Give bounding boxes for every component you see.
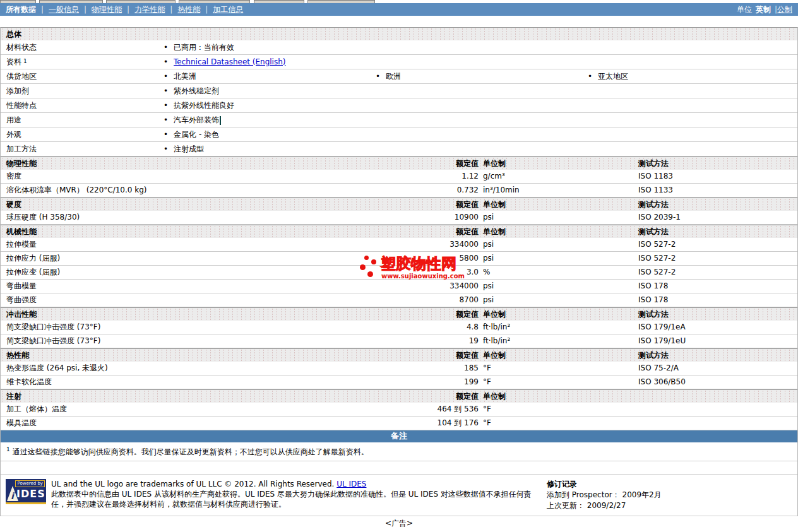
nav-link-6[interactable]: 加工信息: [213, 4, 243, 15]
ad-placeholder: <广告>: [0, 516, 798, 531]
property-value: 464 到 536: [379, 403, 479, 416]
property-label: 弯曲模量: [6, 280, 37, 293]
property-row: 拉伸模量334000psiISO 527-2: [1, 238, 797, 252]
revision-added: 添加到 Prospector： 2009年2月: [547, 490, 662, 500]
revision-record: 修订记录 添加到 Prospector： 2009年2月 上次更新： 2009/…: [547, 479, 662, 511]
row-value: •欧洲: [376, 69, 401, 83]
property-label: 密度: [6, 170, 21, 183]
row-label: 资料1: [6, 55, 27, 69]
property-unit: °F: [483, 375, 491, 389]
row-label: 材料状态: [6, 40, 37, 54]
property-row: 简支梁缺口冲击强度 (73°F)4.8ft·lb/in²ISO 179/1eA: [1, 321, 797, 334]
property-label: 简支梁缺口冲击强度 (73°F): [6, 334, 100, 348]
ul-ides-link[interactable]: UL IDES: [336, 480, 366, 488]
row-label: 性能特点: [6, 98, 37, 112]
property-row: 维卡软化温度199°FISO 306/B50: [1, 375, 797, 389]
row-label: 用途: [6, 113, 21, 127]
section-header-general: 总体: [1, 27, 797, 40]
ides-logo: Powered by i IDES: [6, 479, 46, 504]
nav-separator: |: [84, 5, 86, 14]
property-value: 185: [379, 362, 479, 375]
trademark-line: UL and the UL logo are trademarks of UL …: [51, 479, 544, 489]
section-title: 注射: [6, 392, 21, 401]
section-header: 注射额定值单位制: [1, 389, 797, 403]
col-header-method: 测试方法: [638, 198, 669, 211]
disclaimer-text: 此数据表中的信息由 UL IDES 从该材料的生产商处获得。UL IDES 尽最…: [51, 489, 544, 509]
nav-link-4[interactable]: 力学性能: [134, 4, 165, 15]
unit-switcher: 单位英制|公制: [737, 4, 792, 15]
nav-link-3[interactable]: 物理性能: [92, 4, 122, 15]
nav-link-1[interactable]: 所有数据: [6, 4, 36, 15]
property-value: 199: [379, 375, 479, 389]
col-header-value: 额定值: [379, 157, 479, 170]
nav-link-5[interactable]: 热性能: [177, 4, 200, 15]
general-row: 外观•金属化 - 染色: [1, 127, 797, 142]
datasheet-link[interactable]: Technical Datasheet (English): [174, 57, 285, 66]
bullet-icon: •: [588, 72, 592, 81]
unit-metric-link[interactable]: 公制: [777, 5, 792, 14]
row-label: 外观: [6, 127, 21, 141]
tab-remnant: [179, 0, 250, 3]
bullet-icon: •: [164, 43, 168, 52]
general-row: 添加剂•紫外线稳定剂: [1, 84, 797, 98]
property-value: 0.732: [379, 184, 479, 197]
section-header: 冲击性能额定值单位制测试方法: [1, 307, 797, 321]
revision-title: 修订记录: [547, 479, 662, 490]
gap: [1, 461, 797, 475]
test-method: ISO 178: [638, 293, 668, 307]
nav-link-2[interactable]: 一般信息: [49, 4, 79, 15]
section-header: 机械性能额定值单位制测试方法: [1, 225, 797, 238]
footnote-text: 通过这些链接您能够访问供应商资料。我们尽量保证及时更新资料；不过您可以从供应商处…: [13, 447, 369, 456]
row-value: •注射成型: [164, 142, 204, 156]
section-title: 总体: [6, 30, 21, 38]
property-row: 模具温度104 到 176°F: [1, 417, 797, 430]
property-label: 球压硬度 (H 358/30): [6, 211, 80, 224]
col-header-method: 测试方法: [638, 225, 669, 238]
row-value: •Technical Datasheet (English): [164, 55, 285, 69]
row-value: •紫外线稳定剂: [164, 84, 219, 98]
property-value: 8700: [379, 293, 479, 307]
unit-imperial-current[interactable]: 英制: [756, 5, 771, 14]
units-label: 单位: [737, 5, 752, 14]
property-row: 拉伸应变 (屈服)3.0%ISO 527-2: [1, 266, 797, 280]
row-value: •亚太地区: [588, 69, 628, 83]
row-value-text: 金属化 - 染色: [174, 130, 219, 139]
row-value-text: 抗紫外线性能良好: [174, 101, 234, 110]
property-unit: psi: [483, 252, 494, 265]
property-row: 球压硬度 (H 358/30)10900psiISO 2039-1: [1, 211, 797, 225]
property-row: 热变形温度 (264 psi, 未退火)185°FISO 75-2/A: [1, 362, 797, 375]
general-row: 性能特点•抗紫外线性能良好: [1, 98, 797, 113]
property-label: 加工（熔体）温度: [6, 403, 67, 416]
powered-by-label: Powered by: [15, 480, 45, 487]
col-header-value: 额定值: [379, 349, 479, 362]
top-navbar: 所有数据|一般信息|物理性能|力学性能|热性能|加工信息 单位英制|公制: [0, 3, 798, 16]
property-unit: psi: [483, 280, 494, 293]
row-label: 供货地区: [6, 69, 37, 83]
general-row: 供货地区•北美洲•欧洲•亚太地区: [1, 69, 797, 84]
section-header: 热性能额定值单位制测试方法: [1, 348, 797, 362]
trademark-text: UL and the UL logo are trademarks of UL …: [51, 480, 334, 488]
row-value-text: 注射成型: [174, 145, 204, 153]
property-unit: °F: [483, 403, 491, 416]
property-label: 溶化体积流率（MVR） (220°C/10.0 kg): [6, 184, 147, 197]
general-row: 加工方法•注射成型: [1, 142, 797, 157]
test-method: ISO 527-2: [638, 266, 676, 279]
nav-separator: |: [170, 5, 172, 14]
col-header-value: 额定值: [379, 198, 479, 211]
property-value: 3.0: [379, 266, 479, 279]
section-title: 硬度: [6, 200, 21, 209]
test-method: ISO 527-2: [638, 238, 676, 251]
tab-remnant: [39, 0, 103, 3]
tab-remnant: [0, 0, 36, 3]
property-label: 拉伸应变 (屈服): [6, 266, 60, 279]
property-value: 4.8: [379, 321, 479, 334]
property-row: 密度1.12g/cm³ISO 1183: [1, 170, 797, 184]
col-header-unit: 单位制: [483, 198, 506, 211]
property-value: 334000: [379, 238, 479, 251]
property-value: 1.12: [379, 170, 479, 183]
property-unit: %: [483, 266, 490, 279]
bullet-icon: •: [164, 57, 168, 66]
spacer: [0, 16, 798, 27]
property-label: 简支梁缺口冲击强度 (73°F): [6, 321, 100, 334]
bullet-icon: •: [164, 115, 168, 124]
